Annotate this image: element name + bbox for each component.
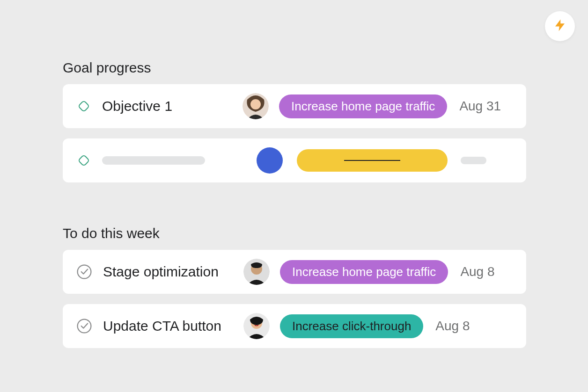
check-circle-icon[interactable] <box>76 263 93 280</box>
diamond-icon <box>76 152 92 168</box>
tag-pill[interactable]: Increase home page traffic <box>280 260 448 284</box>
svg-point-2 <box>250 99 261 109</box>
goal-item-skeleton <box>63 138 526 182</box>
section-title-goal-progress: Goal progress <box>63 60 526 76</box>
svg-point-4 <box>78 265 91 279</box>
avatar[interactable] <box>243 93 269 119</box>
goal-item[interactable]: Objective 1 Increase home page traffic A… <box>63 84 526 128</box>
goal-item-title: Objective 1 <box>102 98 243 114</box>
lightning-fab[interactable] <box>545 11 575 41</box>
todo-item[interactable]: Update CTA button Increase click-through… <box>63 304 526 348</box>
dashboard-content: Goal progress Objective 1 Increase home … <box>63 60 526 358</box>
skeleton-title <box>102 156 205 165</box>
due-date: Aug 8 <box>435 319 470 334</box>
check-circle-icon[interactable] <box>76 318 93 334</box>
skeleton-date <box>461 157 486 164</box>
section-title-todo-week: To do this week <box>63 225 526 241</box>
todo-item[interactable]: Stage optimization Increase home page tr… <box>63 250 526 294</box>
tag-pill[interactable]: Increase click-through <box>280 314 423 338</box>
tag-pill[interactable]: Increase home page traffic <box>279 94 447 118</box>
svg-rect-0 <box>78 101 89 112</box>
svg-rect-3 <box>78 155 89 166</box>
due-date: Aug 31 <box>459 99 501 114</box>
todo-item-title: Update CTA button <box>103 318 243 334</box>
due-date: Aug 8 <box>460 264 494 279</box>
skeleton-avatar <box>257 147 283 174</box>
diamond-icon <box>76 98 92 114</box>
svg-point-7 <box>78 319 91 333</box>
avatar[interactable] <box>243 259 270 285</box>
todo-item-title: Stage optimization <box>103 264 243 280</box>
lightning-icon <box>553 18 567 34</box>
avatar[interactable] <box>243 313 270 339</box>
skeleton-tag <box>297 149 448 172</box>
